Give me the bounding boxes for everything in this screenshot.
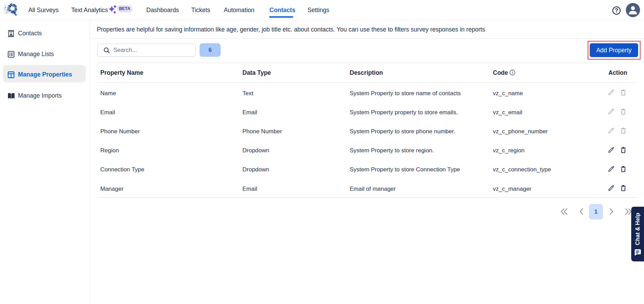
svg-text:?: ? xyxy=(615,7,618,14)
